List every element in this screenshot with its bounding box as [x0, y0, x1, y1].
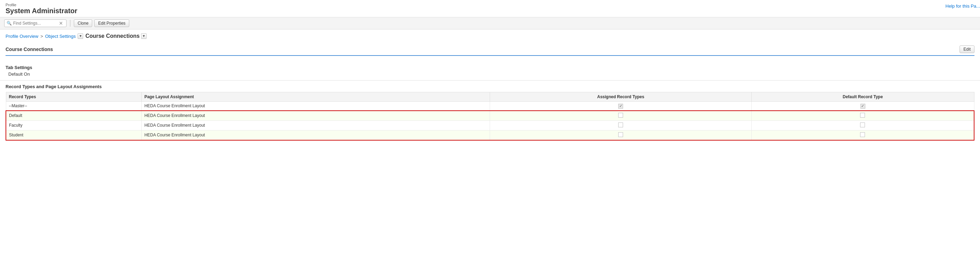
col-header-assigned: Assigned Record Types: [490, 92, 751, 102]
record-type-cell: Student: [9, 133, 23, 137]
breadcrumb-current-page: Course Connections ▼: [85, 33, 146, 39]
record-type-cell: Faculty: [9, 123, 22, 128]
toolbar-divider: [70, 20, 70, 27]
table-row: DefaultHEDA Course Enrollment Layout: [6, 111, 974, 121]
tab-settings-label: Tab Settings: [6, 65, 974, 70]
current-page-dropdown-icon[interactable]: ▼: [141, 33, 146, 39]
page-layout-cell: HEDA Course Enrollment Layout: [145, 133, 205, 137]
default-checkbox[interactable]: [860, 113, 865, 118]
page-layout-cell: HEDA Course Enrollment Layout: [145, 123, 205, 128]
section-header: Course Connections Edit: [6, 43, 974, 56]
record-type-cell: --Master--: [9, 104, 27, 108]
assigned-checkbox[interactable]: [618, 123, 623, 127]
page-header: Profile System Administrator Help for th…: [0, 0, 980, 18]
edit-properties-button[interactable]: Edit Properties: [94, 19, 129, 27]
table-row: StudentHEDA Course Enrollment Layout: [6, 130, 974, 140]
table-row: --Master--HEDA Course Enrollment Layout: [6, 102, 974, 111]
breadcrumb: Profile Overview > Object Settings ▼ Cou…: [0, 29, 980, 43]
col-header-page-layout: Page Layout Assignment: [142, 92, 490, 102]
object-settings-dropdown-icon[interactable]: ▼: [78, 33, 83, 39]
section-title: Course Connections: [6, 46, 53, 52]
record-type-cell: Default: [9, 113, 22, 118]
default-checkbox[interactable]: [860, 132, 865, 137]
default-checkbox[interactable]: [860, 123, 865, 127]
edit-button[interactable]: Edit: [959, 45, 974, 53]
record-types-table: Record Types Page Layout Assignment Assi…: [6, 92, 974, 141]
profile-label: Profile: [6, 3, 974, 7]
record-types-section-title: Record Types and Page Layout Assignments: [6, 84, 974, 89]
search-clear-icon[interactable]: ✕: [59, 21, 63, 26]
page-layout-cell: HEDA Course Enrollment Layout: [145, 113, 205, 118]
help-link[interactable]: Help for this Pa...: [945, 3, 980, 9]
table-body: --Master--HEDA Course Enrollment LayoutD…: [6, 102, 974, 140]
assigned-checkbox[interactable]: [618, 132, 623, 137]
search-box: 🔍 ✕: [4, 19, 67, 27]
table-header-row: Record Types Page Layout Assignment Assi…: [6, 92, 974, 102]
breadcrumb-profile-overview[interactable]: Profile Overview: [6, 34, 38, 39]
clone-button[interactable]: Clone: [74, 19, 92, 27]
page-layout-cell: HEDA Course Enrollment Layout: [145, 104, 205, 108]
breadcrumb-separator: >: [41, 34, 43, 39]
page-title: System Administrator: [6, 7, 974, 15]
tab-settings-value: Default On: [6, 72, 974, 77]
current-page-label: Course Connections: [85, 33, 139, 39]
assigned-checkbox[interactable]: [618, 104, 623, 109]
assigned-checkbox[interactable]: [618, 113, 623, 118]
default-checkbox[interactable]: [861, 104, 865, 109]
course-connections-section: Course Connections Edit: [0, 43, 980, 61]
col-header-record-types: Record Types: [6, 92, 142, 102]
breadcrumb-object-settings[interactable]: Object Settings: [45, 34, 76, 39]
toolbar: 🔍 ✕ Clone Edit Properties: [0, 18, 980, 29]
table-row: FacultyHEDA Course Enrollment Layout: [6, 120, 974, 130]
search-input[interactable]: [13, 21, 58, 26]
col-header-default: Default Record Type: [751, 92, 974, 102]
search-icon: 🔍: [6, 21, 12, 26]
tab-settings-subsection: Tab Settings Default On: [0, 61, 980, 80]
record-types-section: Record Types and Page Layout Assignments…: [0, 80, 980, 144]
